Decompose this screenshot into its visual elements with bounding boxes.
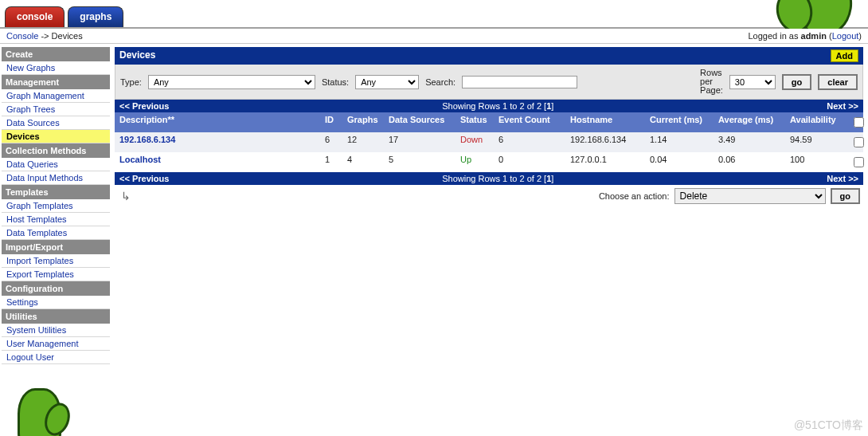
cell-average: 3.49 xyxy=(714,132,785,152)
sidebar-item-label[interactable]: Graph Templates xyxy=(6,201,73,210)
action-label: Choose an action: xyxy=(599,191,670,201)
sidebar-item-label[interactable]: Graph Trees xyxy=(6,104,55,114)
row-checkbox[interactable] xyxy=(854,137,864,147)
pager-prev-bottom[interactable]: << Previous xyxy=(119,174,169,183)
cell-event-count: 0 xyxy=(494,152,565,172)
col-description[interactable]: Description** xyxy=(115,112,320,132)
sidebar-item-data-queries[interactable]: Data Queries xyxy=(2,158,110,171)
type-select[interactable]: Any xyxy=(148,75,315,89)
cell-hostname: 127.0.0.1 xyxy=(565,152,645,172)
sidebar-item-label[interactable]: Graph Management xyxy=(6,91,84,100)
cell-id: 6 xyxy=(320,132,342,152)
logout-link[interactable]: Logout xyxy=(832,31,859,41)
add-button[interactable]: Add xyxy=(831,49,858,62)
filter-go-button[interactable]: go xyxy=(782,74,811,90)
sidebar: CreateNew GraphsManagementGraph Manageme… xyxy=(0,44,111,436)
status-select[interactable]: Any xyxy=(355,75,419,89)
cactus-logo-top xyxy=(764,0,860,29)
cell-average: 0.06 xyxy=(714,152,785,172)
nav-header: Templates xyxy=(2,185,110,199)
col-event-count[interactable]: Event Count xyxy=(494,112,565,132)
cell-event-count: 6 xyxy=(494,132,565,152)
row-checkbox[interactable] xyxy=(854,157,864,167)
action-select[interactable]: Delete xyxy=(674,188,826,204)
sidebar-item-new-graphs[interactable]: New Graphs xyxy=(2,61,110,75)
nav-header: Management xyxy=(2,75,110,89)
sidebar-item-graph-management[interactable]: Graph Management xyxy=(2,89,110,103)
col-checkbox-header[interactable] xyxy=(846,112,863,132)
login-user: admin xyxy=(801,31,827,41)
rows-per-page-select[interactable]: 30 xyxy=(729,75,776,89)
filter-row: Type: Any Status: Any Search: Rows per P… xyxy=(115,65,863,100)
sidebar-item-export-templates[interactable]: Export Templates xyxy=(2,268,110,281)
cell-data-sources: 17 xyxy=(384,132,456,152)
sidebar-item-user-management[interactable]: User Management xyxy=(2,337,110,351)
sidebar-item-label[interactable]: User Management xyxy=(6,339,79,348)
table-row[interactable]: Localhost145Up0127.0.0.10.040.06100 xyxy=(115,152,863,172)
device-link[interactable]: 192.168.6.134 xyxy=(119,135,175,144)
col-status[interactable]: Status xyxy=(456,112,494,132)
pager-next-bottom[interactable]: Next >> xyxy=(827,174,858,183)
sidebar-item-logout-user[interactable]: Logout User xyxy=(2,351,110,364)
pager-next[interactable]: Next >> xyxy=(827,101,858,111)
nav-header: Create xyxy=(2,47,110,61)
col-id[interactable]: ID xyxy=(320,112,342,132)
sidebar-item-system-utilities[interactable]: System Utilities xyxy=(2,324,110,337)
pane-title: Devices xyxy=(119,49,155,62)
search-input[interactable] xyxy=(462,76,577,88)
sidebar-item-graph-trees[interactable]: Graph Trees xyxy=(2,103,110,116)
rows-per-page-label: Rows per Page: xyxy=(700,69,723,95)
sidebar-item-data-sources[interactable]: Data Sources xyxy=(2,116,110,130)
pager-status: Showing Rows 1 to 2 of 2 [1] xyxy=(442,101,553,111)
pager-bottom: << Previous Showing Rows 1 to 2 of 2 [1]… xyxy=(115,172,863,185)
device-link[interactable]: Localhost xyxy=(119,155,161,164)
cell-graphs: 12 xyxy=(342,132,384,152)
sidebar-item-label[interactable]: Devices xyxy=(6,132,40,141)
cell-availability: 100 xyxy=(785,152,846,172)
nav-header: Import/Export xyxy=(2,240,110,254)
sidebar-item-label[interactable]: Data Queries xyxy=(6,159,58,169)
nav-header: Collection Methods xyxy=(2,143,110,158)
filter-clear-button[interactable]: clear xyxy=(818,74,858,90)
sidebar-item-label[interactable]: New Graphs xyxy=(6,63,55,73)
sidebar-item-label[interactable]: Host Templates xyxy=(6,214,67,224)
sidebar-item-label[interactable]: Data Sources xyxy=(6,118,60,128)
select-all-checkbox[interactable] xyxy=(854,117,864,128)
login-status: Logged in as admin (Logout) xyxy=(748,31,862,41)
col-data-sources[interactable]: Data Sources xyxy=(384,112,456,132)
pager-prev[interactable]: << Previous xyxy=(119,101,169,111)
cell-hostname: 192.168.6.134 xyxy=(565,132,645,152)
table-header: Description** ID Graphs Data Sources Sta… xyxy=(115,112,863,132)
col-current[interactable]: Current (ms) xyxy=(645,112,714,132)
sidebar-item-label[interactable]: Export Templates xyxy=(6,269,74,279)
sidebar-item-settings[interactable]: Settings xyxy=(2,296,110,309)
table-row[interactable]: 192.168.6.13461217Down6192.168.6.1341.14… xyxy=(115,132,863,152)
col-availability[interactable]: Availability xyxy=(785,112,846,132)
cell-current: 1.14 xyxy=(645,132,714,152)
cell-data-sources: 5 xyxy=(384,152,456,172)
status-label: Status: xyxy=(322,77,349,87)
sidebar-item-label[interactable]: Import Templates xyxy=(6,256,73,265)
breadcrumb-current: Devices xyxy=(52,31,83,41)
sidebar-item-devices[interactable]: Devices xyxy=(2,130,110,143)
tab-console[interactable]: console xyxy=(5,6,65,27)
sidebar-item-label[interactable]: System Utilities xyxy=(6,325,66,335)
action-go-button[interactable]: go xyxy=(831,188,860,204)
breadcrumb: Console -> Devices xyxy=(6,31,83,41)
col-average[interactable]: Average (ms) xyxy=(714,112,785,132)
sidebar-item-label[interactable]: Settings xyxy=(6,297,38,307)
sidebar-item-host-templates[interactable]: Host Templates xyxy=(2,213,110,226)
col-graphs[interactable]: Graphs xyxy=(342,112,384,132)
sidebar-item-label[interactable]: Data Input Methods xyxy=(6,173,83,183)
sidebar-item-data-templates[interactable]: Data Templates xyxy=(2,226,110,240)
sidebar-item-label[interactable]: Logout User xyxy=(6,352,54,362)
col-hostname[interactable]: Hostname xyxy=(565,112,645,132)
sidebar-item-data-input-methods[interactable]: Data Input Methods xyxy=(2,171,110,185)
sidebar-item-import-templates[interactable]: Import Templates xyxy=(2,254,110,268)
pager-top: << Previous Showing Rows 1 to 2 of 2 [1]… xyxy=(115,100,863,112)
breadcrumb-root[interactable]: Console xyxy=(6,31,38,41)
sidebar-item-label[interactable]: Data Templates xyxy=(6,228,67,238)
sidebar-item-graph-templates[interactable]: Graph Templates xyxy=(2,199,110,213)
tab-graphs[interactable]: graphs xyxy=(68,6,123,27)
type-label: Type: xyxy=(120,77,142,87)
